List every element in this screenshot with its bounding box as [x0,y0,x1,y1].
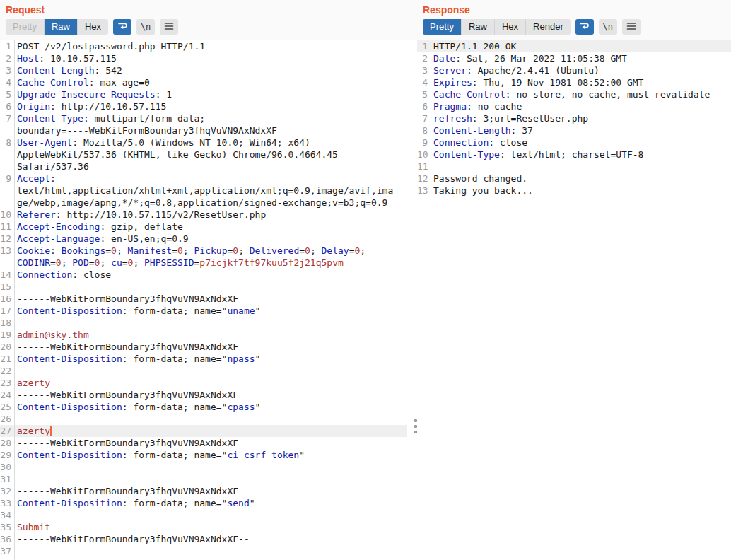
code-line-4[interactable]: 4Cache-Control: max-age=0 [0,76,407,88]
line-number: 17 [0,305,11,317]
line-number: 6 [417,100,428,112]
line-number: 3 [0,64,11,76]
line-text: Content-Type: text/html; charset=UTF-8 [428,148,731,161]
code-line-31[interactable]: 31 [0,473,407,485]
line-number: 30 [0,461,11,473]
code-line-29[interactable]: 29Content-Disposition: form-data; name="… [0,449,407,461]
tab-hex[interactable]: Hex [495,19,526,35]
code-line-10[interactable]: 10Referer: http://10.10.57.115/v2/ResetU… [0,209,407,221]
line-number: 22 [0,365,11,377]
tab-hex[interactable]: Hex [78,19,108,35]
tab-render[interactable]: Render [526,19,571,35]
line-number: 2 [417,52,428,64]
tab-pretty[interactable]: Pretty [423,19,462,35]
wrap-lines-button[interactable] [575,19,594,35]
code-line-2: 2Date: Sat, 26 Mar 2022 11:05:38 GMT [417,52,731,64]
line-text: Accept: [11,173,407,185]
code-line-21[interactable]: 21Content-Disposition: form-data; name="… [0,353,407,365]
line-number: 9 [417,136,428,148]
code-line-wrap[interactable]: Safari/537.36 [0,161,407,173]
line-number: 23 [0,377,11,389]
code-line-23[interactable]: 23azerty [0,377,407,389]
line-text: User-Agent: Mozilla/5.0 (Windows NT 10.0… [11,136,407,148]
line-text: POST /v2/lostpassword.php HTTP/1.1 [11,40,407,52]
line-text: ------WebKitFormBoundary3fhqVuVN9AxNdxXF [11,485,407,497]
line-number: 7 [0,112,11,124]
code-line-wrap[interactable]: text/html,application/xhtml+xml,applicat… [0,185,407,197]
code-line-15[interactable]: 15 [0,281,407,293]
line-text: ------WebKitFormBoundary3fhqVuVN9AxNdxXF [11,437,407,449]
code-line-2[interactable]: 2Host: 10.10.57.115 [0,52,407,64]
line-number: 27 [0,425,11,437]
editor-menu-button[interactable] [160,19,178,35]
code-line-25[interactable]: 25Content-Disposition: form-data; name="… [0,401,407,413]
line-text: Content-Disposition: form-data; name="se… [11,497,407,509]
line-number: 7 [417,112,428,124]
code-line-6[interactable]: 6Origin: http://10.10.57.115 [0,100,407,112]
code-line-14[interactable]: 14Connection: close [0,269,407,281]
code-line-16[interactable]: 16------WebKitFormBoundary3fhqVuVN9AxNdx… [0,293,407,305]
code-line-28[interactable]: 28------WebKitFormBoundary3fhqVuVN9AxNdx… [0,437,407,449]
code-line-30[interactable]: 30 [0,461,407,473]
code-line-33[interactable]: 33Content-Disposition: form-data; name="… [0,497,407,509]
code-line-8[interactable]: 8User-Agent: Mozilla/5.0 (Windows NT 10.… [0,136,407,148]
wrap-lines-button[interactable] [113,19,131,35]
show-newlines-button[interactable]: \n [599,19,617,35]
code-line-1[interactable]: 1POST /v2/lostpassword.php HTTP/1.1 [0,40,407,52]
code-line-37[interactable]: 37 [0,545,407,557]
code-line-wrap[interactable]: ge/webp,image/apng,*/*;q=0.8,application… [0,197,407,209]
request-editor[interactable]: 1POST /v2/lostpassword.php HTTP/1.12Host… [0,40,407,560]
line-number: 6 [0,100,11,112]
line-text: Referer: http://10.10.57.115/v2/ResetUse… [11,209,407,221]
code-line-9[interactable]: 9Accept: [0,173,407,185]
code-line-17[interactable]: 17Content-Disposition: form-data; name="… [0,305,407,317]
editor-menu-button[interactable] [622,19,641,35]
code-line-7[interactable]: 7Content-Type: multipart/form-data; [0,112,407,124]
code-line-4: 4Expires: Thu, 19 Nov 1981 08:52:00 GMT [417,76,731,88]
code-line-24[interactable]: 24------WebKitFormBoundary3fhqVuVN9AxNdx… [0,389,407,401]
code-line-wrap[interactable]: CODINR=0; POD=0; cu=0; PHPSESSID=p7icjkf… [0,257,407,269]
code-line-35[interactable]: 35Submit [0,521,407,533]
show-newlines-button[interactable]: \n [136,19,155,35]
line-text: Content-Disposition: form-data; name="un… [11,305,407,317]
code-line-26[interactable]: 26 [0,413,407,425]
line-text: admin@sky.thm [11,329,407,341]
code-line-27[interactable]: 27azerty [0,425,407,437]
request-view-tabs: PrettyRawHex [6,19,108,35]
code-line-36[interactable]: 36------WebKitFormBoundary3fhqVuVN9AxNdx… [0,533,407,545]
line-text: Accept-Encoding: gzip, deflate [11,221,407,233]
code-line-18[interactable]: 18 [0,317,407,329]
line-text [11,545,407,557]
code-line-3: 3Server: Apache/2.4.41 (Ubuntu) [417,64,731,76]
code-line-11: 11 [417,161,731,173]
line-text: Cache-Control: no-store, no-cache, must-… [428,88,731,100]
code-line-wrap[interactable]: AppleWebKit/537.36 (KHTML, like Gecko) C… [0,148,407,161]
line-number: 26 [0,413,11,425]
tab-raw[interactable]: Raw [462,19,495,35]
code-line-3[interactable]: 3Content-Length: 542 [0,64,407,76]
line-text: Cookie: Bookings=0; Manifest=0; Pickup=0… [11,245,407,257]
code-line-wrap[interactable]: boundary=----WebKitFormBoundary3fhqVuVN9… [0,124,407,136]
code-line-12[interactable]: 12Accept-Language: en-US,en;q=0.9 [0,233,407,245]
line-text: Content-Disposition: form-data; name="np… [11,353,407,365]
code-line-13: 13Taking you back... [417,185,731,197]
response-toolbar: PrettyRawHexRender \n [417,16,731,35]
line-text: Connection: close [11,269,407,281]
line-text: Content-Length: 37 [428,124,731,136]
line-number: 28 [0,437,11,449]
code-line-32[interactable]: 32------WebKitFormBoundary3fhqVuVN9AxNdx… [0,485,407,497]
code-line-20[interactable]: 20------WebKitFormBoundary3fhqVuVN9AxNdx… [0,341,407,353]
code-line-11[interactable]: 11Accept-Encoding: gzip, deflate [0,221,407,233]
http-message-viewer: Request PrettyRawHex \n [0,0,731,560]
code-line-22[interactable]: 22 [0,365,407,377]
line-text: ge/webp,image/apng,*/*;q=0.8,application… [11,197,407,209]
line-text: Connection: close [428,136,731,148]
code-line-5: 5Cache-Control: no-store, no-cache, must… [417,88,731,100]
code-line-34[interactable]: 34 [0,509,407,521]
code-line-19[interactable]: 19admin@sky.thm [0,329,407,341]
code-line-13[interactable]: 13Cookie: Bookings=0; Manifest=0; Pickup… [0,245,407,257]
tab-raw[interactable]: Raw [45,19,78,35]
code-line-12: 12Password changed. [417,173,731,185]
line-text: Accept-Language: en-US,en;q=0.9 [11,233,407,245]
code-line-5[interactable]: 5Upgrade-Insecure-Requests: 1 [0,88,407,100]
